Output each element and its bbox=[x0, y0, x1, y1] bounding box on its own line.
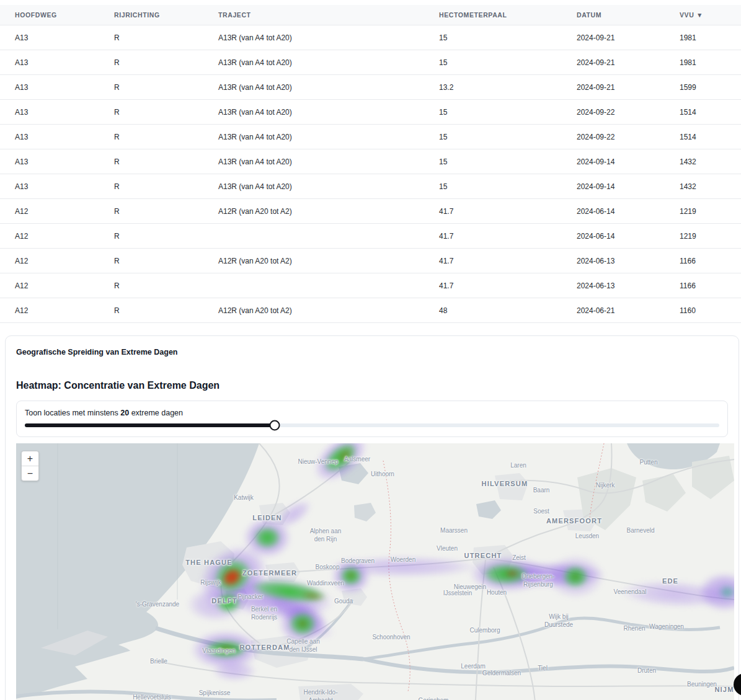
table-cell: 2024-09-22 bbox=[562, 100, 665, 125]
table-row[interactable]: A12RA12R (van A20 tot A2)41.72024-06-131… bbox=[0, 249, 741, 273]
table-cell: 2024-06-13 bbox=[562, 273, 665, 298]
table-cell: A13 bbox=[0, 100, 99, 125]
table-cell: A13R (van A4 tot A20) bbox=[203, 174, 424, 199]
table-cell: 15 bbox=[424, 25, 562, 50]
table-row[interactable]: A13RA13R (van A4 tot A20)152024-09-21198… bbox=[0, 25, 741, 50]
table-cell: 2024-06-13 bbox=[562, 249, 665, 273]
table-cell: A13R (van A4 tot A20) bbox=[203, 149, 424, 174]
table-cell: A13R (van A4 tot A20) bbox=[203, 25, 424, 50]
table-cell: 15 bbox=[424, 149, 562, 174]
table-cell: R bbox=[99, 174, 203, 199]
table-cell: R bbox=[99, 50, 203, 75]
slider-fill bbox=[25, 423, 275, 427]
table-cell: 2024-09-21 bbox=[562, 25, 665, 50]
table-cell: 1599 bbox=[665, 75, 741, 100]
threshold-slider-box: Toon locaties met minstens 20 extreme da… bbox=[16, 401, 728, 437]
table-row[interactable]: A12RA12R (van A20 tot A2)41.72024-06-141… bbox=[0, 199, 741, 224]
table-cell: 1166 bbox=[665, 249, 741, 273]
table-cell: A13R (van A4 tot A20) bbox=[203, 125, 424, 149]
table-body: A13RA13R (van A4 tot A20)152024-09-21198… bbox=[0, 25, 741, 323]
table-cell: A12 bbox=[0, 224, 99, 249]
table-cell: 41.7 bbox=[424, 199, 562, 224]
table-cell: 2024-06-14 bbox=[562, 199, 665, 224]
slider-label-suffix: extreme dagen bbox=[131, 409, 183, 417]
table-row[interactable]: A13RA13R (van A4 tot A20)13.22024-09-211… bbox=[0, 75, 741, 100]
heatmap-heading: Heatmap: Concentratie van Extreme Dagen bbox=[16, 380, 728, 391]
table-cell: 1514 bbox=[665, 100, 741, 125]
col-header-traject[interactable]: TRAJECT bbox=[203, 5, 424, 25]
table-cell: R bbox=[99, 199, 203, 224]
table-cell: 2024-06-14 bbox=[562, 224, 665, 249]
map-zoom-control: + − bbox=[21, 451, 39, 481]
table-row[interactable]: A12R41.72024-06-141219 bbox=[0, 224, 741, 249]
table-cell: A13 bbox=[0, 125, 99, 149]
table-cell: 2024-09-22 bbox=[562, 125, 665, 149]
heatmap-map[interactable]: LEIDENTHE HAGUEZOETERMEERDELFTROTTERDAMU… bbox=[16, 443, 734, 700]
slider-thumb[interactable] bbox=[270, 420, 280, 431]
table-cell: R bbox=[99, 100, 203, 125]
table-cell: R bbox=[99, 273, 203, 298]
table-cell: R bbox=[99, 224, 203, 249]
table-cell: A13R (van A4 tot A20) bbox=[203, 75, 424, 100]
slider-label-prefix: Toon locaties met minstens bbox=[25, 409, 118, 417]
geo-spreiding-card: Geografische Spreiding van Extreme Dagen… bbox=[5, 335, 739, 700]
table-cell: 2024-06-21 bbox=[562, 298, 665, 323]
table-header-row: HOOFDWEG RIJRICHTING TRAJECT HECTOMETERP… bbox=[0, 5, 741, 25]
table-cell: A12 bbox=[0, 298, 99, 323]
table-cell: 1432 bbox=[665, 174, 741, 199]
table-cell: 41.7 bbox=[424, 273, 562, 298]
table-row[interactable]: A13RA13R (van A4 tot A20)152024-09-22151… bbox=[0, 125, 741, 149]
table-cell: 2024-09-21 bbox=[562, 50, 665, 75]
table-cell: 2024-09-21 bbox=[562, 75, 665, 100]
table-cell: 13.2 bbox=[424, 75, 562, 100]
table-row[interactable]: A13RA13R (van A4 tot A20)152024-09-14143… bbox=[0, 174, 741, 199]
table-cell: A13 bbox=[0, 25, 99, 50]
table-cell: 2024-09-14 bbox=[562, 174, 665, 199]
table-cell: 1160 bbox=[665, 298, 741, 323]
table-row[interactable]: A12R41.72024-06-131166 bbox=[0, 273, 741, 298]
table-cell: R bbox=[99, 249, 203, 273]
table-cell: 1514 bbox=[665, 125, 741, 149]
table-cell: 1219 bbox=[665, 224, 741, 249]
table-cell: 41.7 bbox=[424, 224, 562, 249]
col-header-rijrichting[interactable]: RIJRICHTING bbox=[99, 5, 203, 25]
col-header-hoofdweg[interactable]: HOOFDWEG bbox=[0, 5, 99, 25]
table-cell: 41.7 bbox=[424, 249, 562, 273]
table-cell: A13R (van A4 tot A20) bbox=[203, 50, 424, 75]
col-header-hectometerpaal[interactable]: HECTOMETERPAAL bbox=[424, 5, 562, 25]
table-cell: A13 bbox=[0, 149, 99, 174]
threshold-slider[interactable] bbox=[25, 423, 719, 427]
table-cell: 1219 bbox=[665, 199, 741, 224]
zoom-in-button[interactable]: + bbox=[22, 451, 38, 466]
table-cell: 48 bbox=[424, 298, 562, 323]
results-table: HOOFDWEG RIJRICHTING TRAJECT HECTOMETERP… bbox=[0, 0, 741, 323]
table-cell: A13 bbox=[0, 75, 99, 100]
card-title: Geografische Spreiding van Extreme Dagen bbox=[16, 348, 728, 357]
col-header-vvu-sorted[interactable]: VVU ▼ bbox=[665, 5, 741, 25]
table-cell: 1981 bbox=[665, 25, 741, 50]
table-cell: A13R (van A4 tot A20) bbox=[203, 100, 424, 125]
table-row[interactable]: A13RA13R (van A4 tot A20)152024-09-14143… bbox=[0, 149, 741, 174]
table-cell: 1166 bbox=[665, 273, 741, 298]
table-row[interactable]: A13RA13R (van A4 tot A20)152024-09-21198… bbox=[0, 50, 741, 75]
table-cell: 15 bbox=[424, 174, 562, 199]
table-cell: R bbox=[99, 75, 203, 100]
table-cell: A12 bbox=[0, 249, 99, 273]
table-cell: R bbox=[99, 149, 203, 174]
zoom-out-button[interactable]: − bbox=[22, 466, 38, 481]
table-cell: 15 bbox=[424, 100, 562, 125]
table-cell: A12R (van A20 tot A2) bbox=[203, 298, 424, 323]
table-cell: A12 bbox=[0, 273, 99, 298]
table-cell: 1981 bbox=[665, 50, 741, 75]
table-cell: A12R (van A20 tot A2) bbox=[203, 249, 424, 273]
slider-value: 20 bbox=[120, 409, 129, 417]
table-cell: A13 bbox=[0, 50, 99, 75]
map-base bbox=[16, 443, 734, 700]
table-cell: R bbox=[99, 125, 203, 149]
threshold-slider-label: Toon locaties met minstens 20 extreme da… bbox=[25, 409, 719, 417]
col-header-datum[interactable]: DATUM bbox=[562, 5, 665, 25]
table-cell: 2024-09-14 bbox=[562, 149, 665, 174]
table-row[interactable]: A12RA12R (van A20 tot A2)482024-06-21116… bbox=[0, 298, 741, 323]
table-row[interactable]: A13RA13R (van A4 tot A20)152024-09-22151… bbox=[0, 100, 741, 125]
table-cell bbox=[203, 273, 424, 298]
